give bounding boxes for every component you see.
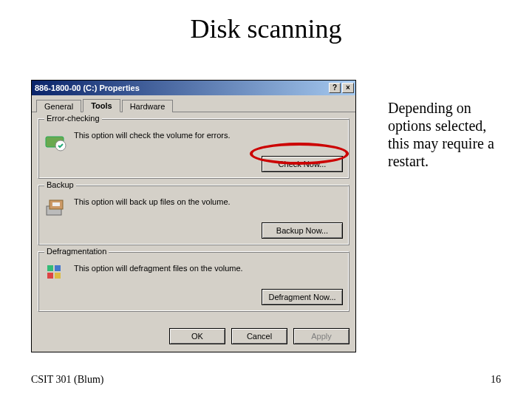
check-now-button[interactable]: Check Now... (262, 156, 343, 172)
svg-rect-8 (55, 273, 61, 279)
backup-now-button[interactable]: Backup Now... (262, 222, 343, 239)
error-checking-desc: This option will check the volume for er… (74, 129, 343, 141)
group-backup: Backup This option will back up files on… (38, 185, 349, 245)
tab-general[interactable]: General (36, 100, 81, 112)
group-legend-error-checking: Error-checking (44, 114, 102, 123)
help-button[interactable]: ? (329, 83, 341, 93)
titlebar[interactable]: 886-1800-00 (C:) Properties ? × (32, 81, 355, 95)
group-legend-defrag: Defragmentation (44, 247, 109, 256)
page-number: 16 (491, 374, 501, 386)
ok-button[interactable]: OK (169, 328, 225, 344)
error-checking-icon (44, 129, 68, 153)
dialog-buttons: OK Cancel Apply (32, 324, 355, 352)
properties-dialog: 886-1800-00 (C:) Properties ? × General … (31, 80, 356, 352)
group-legend-backup: Backup (44, 180, 76, 189)
backup-desc: This option will back up files on the vo… (74, 196, 343, 208)
defrag-icon (44, 262, 68, 286)
apply-button[interactable]: Apply (293, 328, 349, 344)
tab-tools[interactable]: Tools (83, 99, 120, 112)
slide-title: Disk scanning (0, 13, 532, 44)
svg-rect-7 (47, 273, 53, 279)
tab-hardware[interactable]: Hardware (122, 100, 174, 112)
svg-rect-4 (52, 202, 60, 206)
tab-body: Error-checking This option will check th… (32, 112, 355, 324)
footer-left: CSIT 301 (Blum) (31, 374, 104, 386)
svg-rect-6 (55, 265, 61, 271)
group-error-checking: Error-checking This option will check th… (38, 118, 349, 179)
defragment-now-button[interactable]: Defragment Now... (262, 289, 343, 305)
cancel-button[interactable]: Cancel (231, 328, 287, 344)
svg-rect-5 (47, 265, 53, 271)
backup-icon (44, 196, 68, 219)
group-defrag: Defragmentation This option will defragm… (38, 251, 349, 312)
slide-annotation: Depending on options selected, this may … (388, 99, 510, 170)
defrag-desc: This option will defragment files on the… (74, 262, 343, 274)
tab-strip: General Tools Hardware (32, 95, 355, 112)
window-title: 886-1800-00 (C:) Properties (35, 83, 140, 92)
close-button[interactable]: × (342, 83, 354, 93)
